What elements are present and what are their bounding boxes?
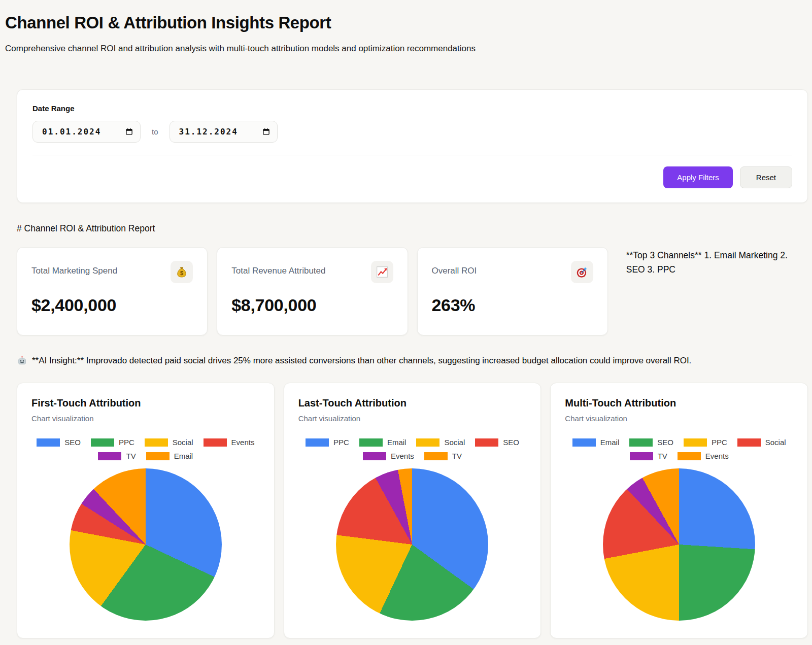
metric-value: $8,700,000 — [231, 295, 393, 315]
chart-card-last-touch: Last-Touch Attribution Chart visualizati… — [284, 383, 542, 638]
metric-card-overall-roi: Overall ROI 263% — [417, 247, 608, 335]
legend-item: Events — [204, 438, 255, 447]
chart-title: Multi-Touch Attribution — [565, 397, 793, 409]
metric-label: Total Marketing Spend — [31, 261, 117, 276]
metric-value: $2,400,000 — [31, 295, 193, 315]
robot-icon — [17, 355, 27, 368]
chart-subtitle: Chart visualization — [298, 414, 527, 423]
filters-card: Date Range to — [17, 89, 808, 203]
metric-label: Total Revenue Attributed — [231, 261, 325, 276]
legend-item: TV — [424, 452, 462, 460]
ai-insight-row: **AI Insight:** Improvado detected paid … — [17, 356, 808, 368]
legend-swatch — [475, 438, 498, 447]
legend-swatch — [145, 438, 168, 447]
legend-item: Email — [572, 438, 620, 447]
legend-swatch — [91, 438, 114, 447]
legend-item: PPC — [684, 438, 727, 447]
page-subtitle: Comprehensive channel ROI and attributio… — [5, 44, 807, 54]
legend-swatch — [416, 438, 439, 447]
to-label: to — [152, 127, 158, 136]
legend-swatch — [146, 452, 170, 460]
calendar-icon[interactable] — [125, 128, 133, 138]
legend-item: Events — [363, 452, 414, 460]
ai-insight-text: **AI Insight:** Improvado detected paid … — [32, 356, 691, 366]
legend-swatch — [359, 438, 383, 447]
chart-subtitle: Chart visualization — [565, 414, 793, 423]
chart-title: First-Touch Attribution — [31, 397, 260, 409]
legend-item: Events — [678, 452, 729, 460]
legend-item: TV — [630, 452, 667, 460]
page-title: Channel ROI & Attribution Insights Repor… — [5, 13, 807, 32]
target-icon — [571, 261, 593, 283]
legend-swatch — [204, 438, 227, 447]
legend-swatch — [630, 452, 653, 460]
legend-swatch — [37, 438, 60, 447]
report-section-heading: # Channel ROI & Attribution Report — [17, 223, 808, 234]
page-content: Date Range to — [17, 89, 808, 638]
legend-swatch — [424, 452, 448, 460]
pie-chart-first-touch — [70, 468, 222, 621]
date-range-label: Date Range — [32, 104, 792, 113]
start-date-field[interactable] — [32, 121, 141, 143]
chart-legend: SEO PPC Social Events TV Email — [31, 438, 260, 460]
reset-button[interactable]: Reset — [740, 166, 792, 188]
chart-title: Last-Touch Attribution — [298, 397, 527, 409]
apply-filters-button[interactable]: Apply Filters — [663, 166, 733, 188]
legend-swatch — [684, 438, 707, 447]
pie-chart-multi-touch — [603, 468, 755, 621]
legend-item: SEO — [475, 438, 519, 447]
legend-item: Social — [737, 438, 786, 447]
chart-legend: Email SEO PPC Social TV Events — [565, 438, 793, 460]
metric-value: 263% — [432, 295, 593, 315]
legend-swatch — [98, 452, 121, 460]
legend-item: SEO — [37, 438, 81, 447]
start-date-input[interactable] — [33, 127, 114, 137]
legend-item: Email — [359, 438, 407, 447]
legend-item: TV — [98, 452, 136, 460]
chart-increasing-icon — [371, 261, 393, 283]
legend-item: PPC — [306, 438, 349, 447]
legend-item: Social — [416, 438, 465, 447]
filter-buttons-row: Apply Filters Reset — [32, 155, 792, 188]
legend-swatch — [363, 452, 386, 460]
metrics-row: Total Marketing Spend $ $2,400,000 Total… — [17, 247, 808, 335]
legend-swatch — [572, 438, 596, 447]
pie-chart-last-touch — [336, 468, 488, 621]
legend-swatch — [306, 438, 329, 447]
metric-label: Overall ROI — [432, 261, 477, 276]
end-date-input[interactable] — [170, 127, 251, 137]
legend-item: SEO — [629, 438, 673, 447]
report-header: Channel ROI & Attribution Insights Repor… — [0, 0, 812, 54]
legend-item: Social — [145, 438, 193, 447]
chart-legend: PPC Email Social SEO Events TV — [298, 438, 527, 460]
legend-swatch — [678, 452, 701, 460]
money-bag-icon: $ — [171, 261, 193, 283]
date-range-row: to — [32, 121, 792, 143]
legend-swatch — [629, 438, 653, 447]
legend-item: Email — [146, 452, 193, 460]
legend-swatch — [737, 438, 761, 447]
svg-text:$: $ — [180, 270, 183, 276]
chart-subtitle: Chart visualization — [31, 414, 260, 423]
chart-card-first-touch: First-Touch Attribution Chart visualizat… — [17, 383, 275, 638]
metric-card-total-revenue: Total Revenue Attributed $8,700,000 — [217, 247, 408, 335]
legend-item: PPC — [91, 438, 134, 447]
top-channels-note: **Top 3 Channels** 1. Email Marketing 2.… — [617, 247, 808, 335]
calendar-icon[interactable] — [262, 128, 270, 138]
attribution-charts-row: First-Touch Attribution Chart visualizat… — [17, 383, 808, 638]
metric-card-total-spend: Total Marketing Spend $ $2,400,000 — [17, 247, 208, 335]
end-date-field[interactable] — [170, 121, 278, 143]
chart-card-multi-touch: Multi-Touch Attribution Chart visualizat… — [550, 383, 808, 638]
